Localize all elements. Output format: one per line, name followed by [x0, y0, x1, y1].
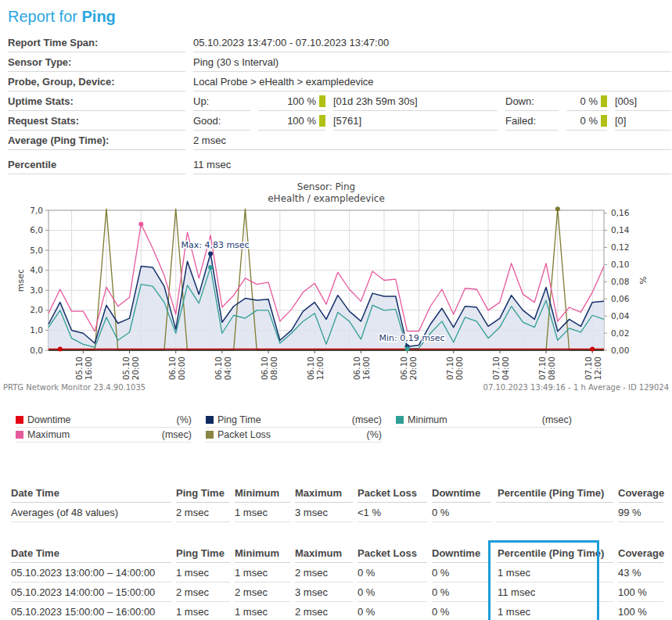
uptime-stats-label: Uptime Stats: — [8, 91, 185, 111]
y-tick-label-right: 0,08 — [611, 277, 629, 286]
x-tick-date: 06.10 — [260, 357, 269, 380]
x-tick-date: 06.10 — [399, 357, 408, 380]
x-tick-date: 07.10 — [445, 357, 455, 380]
legend-name: Maximum — [27, 429, 162, 440]
x-tick-time: 00:00 — [177, 357, 186, 380]
y-tick-label-right: 0,12 — [611, 242, 629, 252]
sensor-type-value: Ping (30 s Interval) — [193, 52, 671, 72]
table-cell: 0 % — [432, 563, 491, 582]
x-tick-date: 07.10 — [584, 357, 593, 380]
table-cell: 2 msec — [235, 582, 290, 602]
y-tick-label-left: 2,0 — [30, 305, 43, 314]
table-cell: 3 msec — [295, 503, 353, 522]
x-tick-time: 16:00 — [84, 357, 93, 380]
column-header: Minimum — [235, 543, 290, 563]
x-tick-time: 20:00 — [408, 357, 418, 380]
request-good-label: Good: — [193, 111, 250, 131]
probe-group-device-row: Probe, Group, Device: Local Probe > eHea… — [8, 72, 671, 91]
legend-name: Minimum — [408, 414, 542, 425]
column-header: Coverage — [618, 543, 663, 563]
table-cell: 2 msec — [295, 602, 353, 620]
legend-swatch — [206, 431, 214, 439]
x-tick-date: 06.10 — [306, 357, 315, 380]
page-title: Report for Ping — [8, 8, 672, 26]
uptime-stats-row: Uptime Stats: Up: 100 % [01d 23h 59m 30s… — [8, 91, 671, 111]
table-cell: 1 msec — [235, 563, 290, 582]
column-header: Ping Time — [176, 483, 230, 503]
legend-name: Ping Time — [217, 414, 352, 425]
x-tick-time: 08:00 — [547, 357, 556, 380]
x-tick-date: 07.10 — [537, 357, 547, 380]
page-title-sensor: Ping — [81, 8, 115, 25]
table-cell: 1 msec — [176, 602, 230, 620]
x-tick-time: 00:00 — [455, 357, 464, 380]
request-failed-label: Failed: — [505, 111, 559, 131]
legend-swatch — [396, 416, 404, 424]
x-tick-date: 07.10 — [491, 357, 501, 380]
sensor-graph: 0,01,02,03,04,05,06,07,00,000,020,040,06… — [0, 179, 672, 403]
table-cell: 0 % — [358, 602, 427, 620]
table-cell: 1 msec — [496, 563, 613, 582]
table-cell: 1 msec — [176, 563, 230, 582]
page-title-prefix: Report for — [8, 8, 81, 25]
uptime-up-label: Up: — [193, 91, 250, 111]
table-cell: 05.10.2023 13:00:00 – 14:00:00 — [11, 563, 171, 582]
y-tick-label-left: 7,0 — [30, 206, 43, 215]
x-tick-time: 12:00 — [315, 357, 325, 380]
column-header: Maximum — [295, 543, 353, 563]
column-header: Downtime — [432, 483, 491, 503]
max-annotation: Max: 4,83 msec — [181, 240, 249, 250]
chart-footer-timestamp: 07.10.2023 13:49:16 - 1 h Average - ID 1… — [483, 383, 669, 392]
y-tick-label-right: 0,14 — [611, 225, 630, 235]
y-tick-label-left: 3,0 — [30, 285, 43, 295]
table-row: 05.10.2023 15:00:00 – 16:00:001 msec1 ms… — [11, 602, 672, 620]
table-cell: <1 % — [358, 503, 427, 522]
percentile-value: 11 msec — [193, 155, 671, 174]
request-stats-row: Request Stats: Good: 100 % [5761] Failed… — [8, 111, 671, 131]
request-good-count: [5761] — [333, 111, 498, 131]
average-row: Average (Ping Time): 2 msec — [8, 131, 671, 150]
table-cell: 05.10.2023 14:00:00 – 15:00:00 — [11, 582, 171, 602]
y-tick-label-left: 5,0 — [30, 245, 43, 255]
column-header: Downtime — [432, 543, 491, 563]
column-header: Maximum — [295, 483, 353, 503]
request-failed-count: [0] — [615, 111, 671, 131]
legend-name: Packet Loss — [217, 429, 367, 440]
table-cell: 100 % — [618, 602, 663, 620]
percentile-row: Percentile 11 msec — [8, 155, 671, 174]
sensor-type-row: Sensor Type: Ping (30 s Interval) — [8, 52, 671, 72]
maximum-marker — [138, 222, 143, 227]
x-tick-time: 12:00 — [593, 357, 602, 380]
x-tick-date: 06.10 — [214, 357, 223, 380]
legend-swatch — [206, 416, 214, 424]
column-header: Minimum — [235, 483, 290, 503]
column-header: Packet Loss — [358, 483, 427, 503]
table-cell — [496, 503, 613, 522]
y-tick-label-left: 0,0 — [30, 346, 43, 355]
y-tick-label-left: 4,0 — [30, 265, 43, 274]
averages-table: Date TimePing TimeMinimumMaximumPacket L… — [11, 483, 672, 522]
legend-unit: (msec) — [542, 414, 572, 425]
chart-title: Sensor: Ping — [297, 181, 355, 192]
y-tick-label-right: 0,00 — [611, 346, 629, 355]
status-ok-indicator — [601, 95, 607, 107]
left-axis-unit: msec — [16, 269, 26, 292]
percentile-label: Percentile — [8, 155, 185, 174]
table-cell: 11 msec — [496, 582, 613, 602]
uptime-up-percent: 100 % — [258, 91, 325, 111]
y-tick-label-left: 6,0 — [30, 225, 43, 235]
table-cell: 2 msec — [295, 563, 353, 582]
legend-item-downtime: Downtime(%) — [16, 413, 192, 428]
x-tick-time: 20:00 — [131, 357, 140, 380]
table-row: Averages (of 48 values)2 msec1 msec3 mse… — [11, 503, 672, 522]
packet-loss-marker — [555, 206, 560, 211]
report-summary-table: Report Time Span: 05.10.2023 13:47:00 - … — [0, 33, 672, 174]
x-tick-date: 05.10 — [121, 357, 131, 380]
uptime-up-duration: [01d 23h 59m 30s] — [333, 91, 498, 111]
table-row: 05.10.2023 13:00:00 – 14:00:001 msec1 ms… — [11, 563, 672, 582]
uptime-down-label: Down: — [505, 91, 559, 111]
y-tick-label-left: 1,0 — [30, 325, 43, 335]
average-value: 2 msec — [193, 131, 671, 150]
table-header-row: Date TimePing TimeMinimumMaximumPacket L… — [11, 543, 672, 563]
downtime-marker — [590, 347, 595, 352]
